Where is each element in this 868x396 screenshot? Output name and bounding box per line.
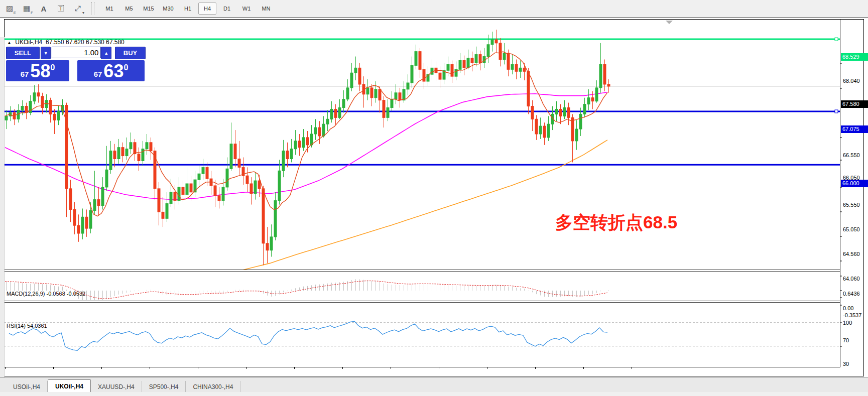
price-tick-label: 64.560 xyxy=(843,251,860,257)
arrows-icon[interactable]: ⤢▾ xyxy=(70,2,85,15)
mt4-window: ▨E ▦F A T ⤢▾ M1M5M15M30H1H4D1W1MN ▲ UKOi… xyxy=(0,0,868,396)
chart-collapse-icon[interactable]: ▲ xyxy=(7,40,12,45)
timeframe-button-m15[interactable]: M15 xyxy=(140,3,158,15)
price-badge: 68.529 xyxy=(841,53,868,61)
rsi-label: RSI(14) 54.0361 xyxy=(7,323,47,329)
timeframe-button-mn[interactable]: MN xyxy=(257,3,275,15)
volume-up-button[interactable]: ▲ xyxy=(101,47,111,59)
price-tick-label: 64.060 xyxy=(843,276,860,282)
macd-tick-label: 0.6436 xyxy=(843,291,860,297)
hline-handle[interactable] xyxy=(835,38,838,41)
timeframe-button-d1[interactable]: D1 xyxy=(218,3,236,15)
timeframe-button-m1[interactable]: M1 xyxy=(100,3,118,15)
price-tick-label: 65.050 xyxy=(843,226,860,232)
toolbar: ▨E ▦F A T ⤢▾ M1M5M15M30H1H4D1W1MN xyxy=(0,0,868,18)
buy-price-display[interactable]: 67 63 0 xyxy=(77,60,145,81)
rsi-tick-label: 30 xyxy=(843,361,849,367)
timeframe-button-h4[interactable]: H4 xyxy=(198,3,216,15)
timeframe-button-m5[interactable]: M5 xyxy=(120,3,138,15)
macd-label: MACD(12,26,9) -0.0568 -0.0532 xyxy=(7,291,85,297)
sell-price-big: 58 xyxy=(30,62,50,80)
sell-price-sup: 0 xyxy=(50,63,55,72)
volume-down-button[interactable]: ▼ xyxy=(41,47,51,59)
price-badge: 67.075 xyxy=(841,125,868,133)
chart-title: ▲ UKOil-,H4 67.550 67.620 67.530 67.580 xyxy=(7,39,125,46)
price-tick-label: 66.550 xyxy=(843,152,860,158)
tab-usoilh4[interactable]: USOil-,H4 xyxy=(6,381,48,392)
macd-tick-label: -0.3537 xyxy=(843,312,861,318)
tab-xauusdh4[interactable]: XAUUSD-,H4 xyxy=(91,381,142,392)
timeframe-button-h1[interactable]: H1 xyxy=(179,3,197,15)
buy-button[interactable]: BUY xyxy=(115,47,146,59)
buy-price-sup: 0 xyxy=(123,63,128,72)
status-bar xyxy=(0,392,868,396)
chart-annotation-text: 多空转折点68.5 xyxy=(555,211,677,234)
price-badge: 66.000 xyxy=(841,180,868,187)
buy-price-prefix: 67 xyxy=(94,70,102,78)
price-badge: 67.580 xyxy=(841,100,868,108)
trade-widget: SELL ▼ ▲ BUY 67 58 0 67 63 0 xyxy=(6,47,146,81)
sell-button[interactable]: SELL xyxy=(6,47,40,59)
indicators-icon[interactable]: ▨E xyxy=(2,2,17,15)
text-box-icon[interactable]: T xyxy=(53,2,68,15)
sell-price-display[interactable]: 67 58 0 xyxy=(6,60,69,81)
price-tick-label: 65.550 xyxy=(843,202,860,208)
sell-price-prefix: 67 xyxy=(21,70,29,78)
chart-tabbar: USOil-,H4UKOil-,H4XAUUSD-,H4SP500-,H4CHI… xyxy=(0,377,868,392)
toolbar-separator xyxy=(91,2,95,15)
timeframe-group: M1M5M15M30H1H4D1W1MN xyxy=(99,3,275,15)
window-edge xyxy=(0,37,5,394)
hline-handle[interactable] xyxy=(835,110,838,113)
volume-input[interactable] xyxy=(52,47,101,58)
rsi-tick-label: 100 xyxy=(843,320,852,326)
timeframe-button-w1[interactable]: W1 xyxy=(237,3,256,15)
text-label-icon[interactable]: A xyxy=(36,2,51,15)
chart-window: ▲ UKOil-,H4 67.550 67.620 67.530 67.580 … xyxy=(0,18,868,377)
ohlc-quotes: 67.550 67.620 67.530 67.580 xyxy=(46,39,125,46)
price-tick-label: 68.040 xyxy=(843,78,860,84)
symbol-title: UKOil-,H4 xyxy=(15,39,42,46)
timeframe-button-m30[interactable]: M30 xyxy=(159,3,177,15)
tab-sp500h4[interactable]: SP500-,H4 xyxy=(142,381,186,392)
rsi-tick-label: 70 xyxy=(843,337,849,343)
grid-icon[interactable]: ▦F xyxy=(19,2,34,15)
tab-ukoilh4[interactable]: UKOil-,H4 xyxy=(48,379,91,392)
tab-china300h4[interactable]: CHINA300-,H4 xyxy=(186,381,240,392)
buy-price-big: 63 xyxy=(103,62,123,80)
macd-tick-label: 0.00 xyxy=(843,305,853,311)
